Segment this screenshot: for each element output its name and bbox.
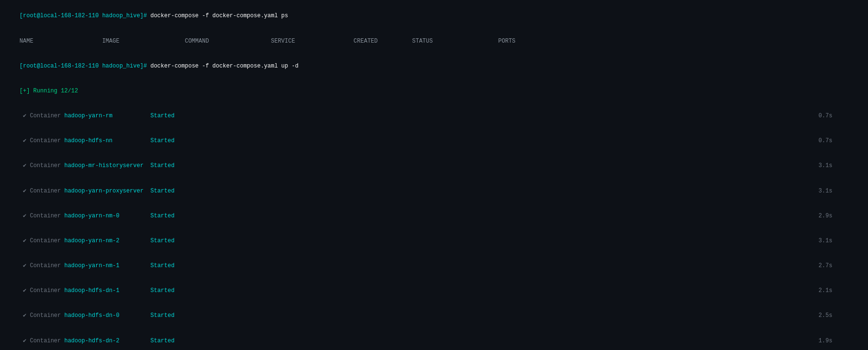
- container-line-10: ✔ Container hadoop-hdfs-dn-2 Started: [6, 328, 862, 350]
- container-line-4: ✔ Container hadoop-yarn-proxyserver Star…: [6, 179, 862, 203]
- container-line-8: ✔ Container hadoop-hdfs-dn-1 Started: [6, 279, 862, 304]
- container-line-9: ✔ Container hadoop-hdfs-dn-0 Started: [6, 304, 862, 328]
- cmd-1: docker-compose -f docker-compose.yaml ps: [147, 12, 288, 19]
- prompt-2: [root@local-168-182-110 hadoop_hive]#: [20, 63, 147, 69]
- cmd-2: docker-compose -f docker-compose.yaml up…: [147, 63, 298, 69]
- container-line-6: ✔ Container hadoop-yarn-nm-2 Started: [6, 229, 862, 254]
- container-line-2: ✔ Container hadoop-hdfs-nn Started: [6, 129, 862, 154]
- container-line-1: ✔ Container hadoop-yarn-rm Started: [6, 104, 862, 129]
- container-line-7: ✔ Container hadoop-yarn-nm-1 Started: [6, 254, 862, 279]
- running-header: [+] Running 12/12: [6, 79, 862, 104]
- container-line-5: ✔ Container hadoop-yarn-nm-0 Started: [6, 203, 862, 228]
- prompt-1: [root@local-168-182-110 hadoop_hive]#: [20, 12, 147, 19]
- cmd-line-1: [root@local-168-182-110 hadoop_hive]# do…: [6, 4, 862, 29]
- container-line-3: ✔ Container hadoop-mr-historyserver Star…: [6, 154, 862, 179]
- cmd-line-2: [root@local-168-182-110 hadoop_hive]# do…: [6, 54, 862, 79]
- terminal: [root@local-168-182-110 hadoop_hive]# do…: [6, 4, 862, 350]
- ps-header-line: NAME IMAGE COMMAND SERVICE CREATED STATU…: [6, 29, 862, 54]
